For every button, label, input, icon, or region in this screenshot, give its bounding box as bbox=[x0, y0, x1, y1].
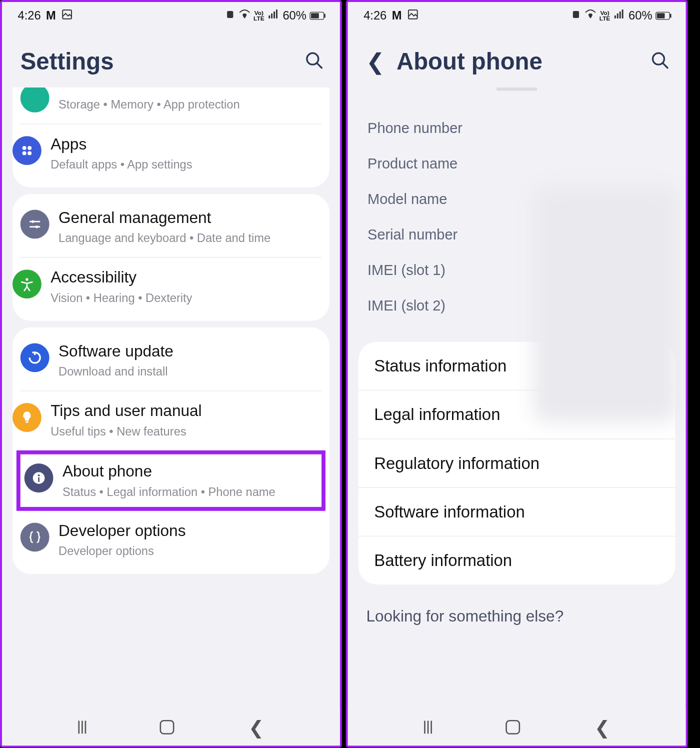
gallery-icon bbox=[407, 8, 419, 23]
svg-point-16 bbox=[26, 278, 28, 280]
highlight-about-phone: About phone Status • Legal information •… bbox=[16, 450, 326, 511]
settings-item-device-care[interactable]: Storage • Memory • App protection bbox=[12, 92, 330, 124]
gmail-icon: M bbox=[46, 9, 56, 23]
svg-rect-1 bbox=[227, 10, 233, 18]
link-software-information[interactable]: Software information bbox=[358, 488, 676, 536]
svg-rect-23 bbox=[614, 15, 616, 18]
settings-item-tips[interactable]: Tips and user manual Useful tips • New f… bbox=[20, 390, 322, 450]
settings-group-partial: Storage • Memory • App protection Apps D… bbox=[12, 88, 330, 188]
signal-icon bbox=[614, 8, 626, 23]
sliders-icon bbox=[20, 210, 50, 239]
status-bar: 4:26 M Vo)LTE 60% bbox=[2, 2, 340, 30]
gallery-icon bbox=[61, 8, 73, 23]
battery-pct: 60% bbox=[628, 9, 652, 23]
battery-icon bbox=[656, 12, 670, 20]
nav-home-button[interactable] bbox=[506, 720, 520, 734]
settings-item-accessibility[interactable]: Accessibility Vision • Hearing • Dexteri… bbox=[20, 257, 322, 317]
item-title: Developer options bbox=[58, 522, 318, 540]
status-time: 4:26 bbox=[18, 9, 41, 23]
info-product-name[interactable]: Product name bbox=[368, 146, 666, 182]
drag-handle[interactable] bbox=[496, 88, 538, 91]
navigation-bar: ❮ bbox=[348, 709, 686, 746]
item-sub: Status • Legal information • Phone name bbox=[62, 484, 314, 500]
item-title: General management bbox=[58, 208, 318, 228]
item-title: About phone bbox=[62, 462, 314, 482]
apps-icon bbox=[12, 136, 42, 165]
info-phone-number[interactable]: Phone number bbox=[368, 110, 666, 146]
code-braces-icon bbox=[20, 523, 50, 552]
back-button[interactable]: ❮ bbox=[366, 48, 384, 75]
status-bar: 4:26 M Vo)LTE 60% bbox=[348, 2, 686, 30]
svg-point-8 bbox=[22, 146, 26, 150]
settings-item-software-update[interactable]: Software update Download and install bbox=[12, 332, 330, 390]
item-sub: Storage • Memory • App protection bbox=[58, 96, 318, 113]
navigation-bar: ❮ bbox=[2, 709, 340, 746]
settings-group-2: Software update Download and install Tip… bbox=[12, 328, 330, 574]
wifi-icon bbox=[584, 8, 596, 23]
device-care-icon bbox=[20, 88, 50, 112]
svg-rect-22 bbox=[572, 10, 578, 18]
phone-settings: 4:26 M Vo)LTE 60% Settings bbox=[0, 0, 342, 748]
svg-rect-20 bbox=[38, 478, 40, 482]
svg-rect-4 bbox=[274, 11, 275, 18]
link-regulatory-information[interactable]: Regulatory information bbox=[358, 439, 676, 488]
svg-rect-2 bbox=[268, 15, 270, 18]
looking-for-something[interactable]: Looking for something else? bbox=[348, 591, 686, 632]
item-title: Accessibility bbox=[50, 268, 318, 288]
search-button[interactable] bbox=[304, 50, 324, 73]
settings-item-general-management[interactable]: General management Language and keyboard… bbox=[12, 198, 330, 257]
volte-icon: Vo)LTE bbox=[600, 10, 610, 21]
header: Settings bbox=[2, 30, 340, 88]
item-sub: Default apps • App settings bbox=[50, 156, 310, 173]
svg-rect-26 bbox=[622, 9, 624, 18]
svg-rect-5 bbox=[276, 9, 278, 18]
item-sub: Language and keyboard • Date and time bbox=[58, 230, 318, 246]
header: ❮ About phone bbox=[348, 30, 686, 88]
alarm-icon bbox=[570, 9, 581, 23]
svg-rect-25 bbox=[620, 11, 621, 18]
nav-recents-button[interactable] bbox=[78, 720, 86, 734]
page-title: Settings bbox=[20, 48, 114, 76]
settings-group-1: General management Language and keyboard… bbox=[12, 194, 330, 321]
nav-back-button[interactable]: ❮ bbox=[248, 716, 264, 738]
item-title: Software update bbox=[58, 342, 318, 361]
redacted-values bbox=[533, 186, 678, 422]
battery-icon bbox=[310, 12, 324, 20]
settings-item-apps[interactable]: Apps Default apps • App settings bbox=[20, 124, 322, 184]
nav-home-button[interactable] bbox=[160, 720, 174, 734]
svg-line-28 bbox=[662, 63, 668, 68]
search-button[interactable] bbox=[650, 50, 670, 73]
page-title: About phone bbox=[396, 48, 542, 76]
item-title: Tips and user manual bbox=[50, 402, 318, 421]
item-title: Apps bbox=[50, 135, 310, 154]
svg-line-7 bbox=[317, 63, 322, 68]
svg-point-13 bbox=[32, 220, 34, 223]
svg-point-19 bbox=[38, 474, 40, 476]
gmail-icon: M bbox=[392, 9, 402, 23]
svg-point-11 bbox=[28, 152, 32, 156]
volte-icon: Vo)LTE bbox=[254, 10, 264, 21]
alarm-icon bbox=[224, 9, 235, 23]
settings-item-developer-options[interactable]: Developer options Developer options bbox=[12, 511, 330, 570]
item-sub: Developer options bbox=[58, 543, 318, 560]
status-time: 4:26 bbox=[364, 9, 386, 23]
phone-about: 4:26 M Vo)LTE 60% ❮ About phone Phone nu… bbox=[346, 0, 688, 748]
svg-rect-24 bbox=[617, 13, 618, 18]
settings-item-about-phone[interactable]: About phone Status • Legal information •… bbox=[24, 457, 318, 504]
nav-back-button[interactable]: ❮ bbox=[594, 716, 610, 738]
svg-point-9 bbox=[28, 146, 32, 150]
refresh-icon bbox=[20, 344, 50, 372]
link-battery-information[interactable]: Battery information bbox=[358, 536, 676, 584]
info-icon bbox=[24, 464, 54, 492]
svg-point-10 bbox=[22, 152, 26, 156]
item-sub: Download and install bbox=[58, 364, 318, 380]
wifi-icon bbox=[238, 8, 250, 23]
svg-rect-17 bbox=[26, 422, 28, 423]
item-sub: Vision • Hearing • Dexterity bbox=[50, 290, 318, 306]
accessibility-icon bbox=[12, 270, 42, 298]
nav-recents-button[interactable] bbox=[424, 720, 432, 734]
svg-rect-3 bbox=[271, 13, 272, 18]
item-sub: Useful tips • New features bbox=[50, 424, 318, 440]
lightbulb-icon bbox=[12, 403, 42, 432]
battery-pct: 60% bbox=[282, 9, 306, 23]
